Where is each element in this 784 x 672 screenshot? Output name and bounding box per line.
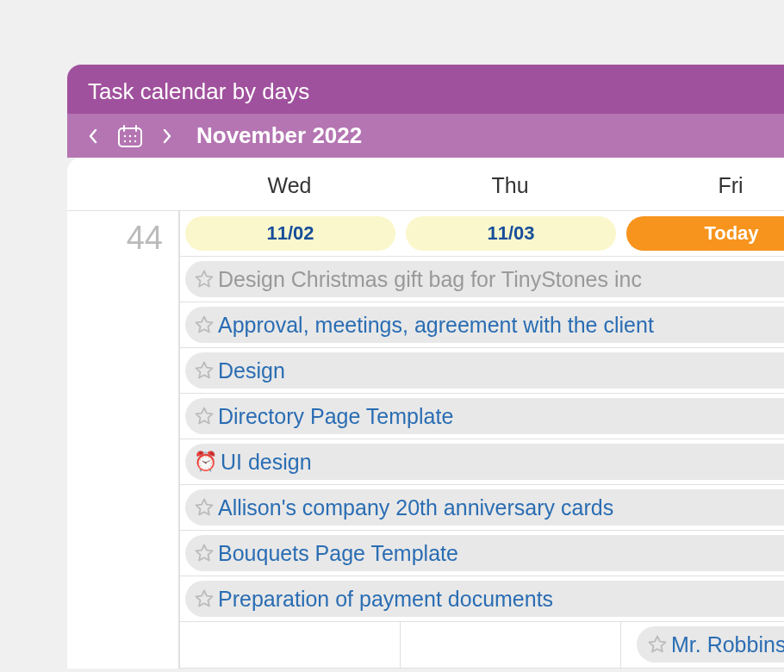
day-header-thu: Thu — [400, 158, 620, 210]
date-cell-thu[interactable]: 11/03 — [406, 216, 616, 251]
calendar-title: Task calendar by days — [88, 78, 763, 105]
empty-cell[interactable] — [180, 622, 401, 668]
day-header-wed: Wed — [179, 158, 400, 210]
task-title: Approval, meetings, agreement with the c… — [218, 313, 654, 338]
alarm-clock-icon: ⏰ — [194, 451, 217, 473]
calendar-panel: Wed Thu Fri 44 11/02 11/03 Today D — [67, 158, 784, 669]
task-row: Approval, meetings, agreement with the c… — [180, 302, 784, 348]
task-title: Allison's company 20th anniversary cards — [218, 495, 613, 520]
task-row: Directory Page Template — [180, 394, 784, 439]
calendar-header: Task calendar by days — [67, 65, 784, 114]
star-icon[interactable] — [194, 360, 215, 381]
star-icon[interactable] — [194, 406, 215, 426]
empty-cell[interactable]: Mr. Robbins — [621, 622, 784, 668]
date-cell-wed[interactable]: 11/02 — [185, 216, 395, 251]
svg-point-7 — [129, 140, 131, 141]
svg-point-4 — [129, 134, 131, 136]
task-item[interactable]: Design — [185, 352, 784, 389]
star-icon[interactable] — [194, 269, 215, 289]
current-month-label: November 2022 — [196, 122, 362, 149]
svg-point-3 — [124, 134, 126, 136]
task-list: Design Christmas gift bag for TinyStones… — [180, 257, 784, 622]
svg-rect-0 — [119, 128, 141, 146]
task-item[interactable]: Allison's company 20th anniversary cards — [185, 489, 784, 526]
calendar-picker-button[interactable] — [117, 124, 143, 148]
task-item[interactable]: Design Christmas gift bag for TinyStones… — [185, 261, 784, 297]
task-title: Bouquets Page Template — [218, 541, 458, 566]
star-icon[interactable] — [647, 634, 668, 655]
task-item[interactable]: Bouquets Page Template — [185, 535, 784, 571]
task-row: Design — [180, 348, 784, 394]
star-icon[interactable] — [194, 314, 215, 335]
task-row: ⏰UI design — [180, 439, 784, 485]
task-item[interactable]: Approval, meetings, agreement with the c… — [185, 307, 784, 343]
chevron-right-icon — [162, 128, 172, 144]
week-number: 44 — [67, 211, 179, 669]
svg-point-8 — [134, 140, 136, 141]
date-row: 11/02 11/03 Today — [180, 211, 784, 257]
task-row: Design Christmas gift bag for TinyStones… — [180, 257, 784, 302]
task-title: Design — [218, 358, 285, 383]
svg-point-6 — [124, 140, 126, 141]
prev-month-button[interactable] — [88, 128, 98, 144]
star-icon[interactable] — [194, 588, 215, 609]
date-cell-today[interactable]: Today — [626, 216, 784, 251]
task-item[interactable]: Directory Page Template — [185, 398, 784, 434]
task-row: Preparation of payment documents — [180, 576, 784, 622]
empty-cell[interactable] — [401, 622, 621, 668]
bottom-row: Mr. Robbins — [180, 622, 784, 669]
task-title: Preparation of payment documents — [218, 587, 553, 612]
task-title: UI design — [221, 450, 312, 475]
task-item[interactable]: Mr. Robbins — [637, 626, 784, 663]
next-month-button[interactable] — [162, 128, 172, 144]
svg-point-5 — [134, 134, 136, 136]
task-row: Bouquets Page Template — [180, 531, 784, 576]
task-title: Directory Page Template — [218, 404, 453, 429]
nav-bar: November 2022 — [67, 114, 784, 158]
task-item[interactable]: Preparation of payment documents — [185, 581, 784, 617]
star-icon[interactable] — [194, 543, 215, 563]
calendar-icon — [117, 124, 143, 148]
day-header-fri: Fri — [620, 158, 784, 210]
task-item[interactable]: ⏰UI design — [185, 444, 784, 480]
chevron-left-icon — [88, 128, 98, 144]
task-title: Mr. Robbins — [671, 632, 784, 657]
day-headers: Wed Thu Fri — [67, 158, 784, 211]
task-row: Allison's company 20th anniversary cards — [180, 485, 784, 531]
task-title: Design Christmas gift bag for TinyStones… — [218, 267, 642, 292]
star-icon[interactable] — [194, 497, 215, 518]
